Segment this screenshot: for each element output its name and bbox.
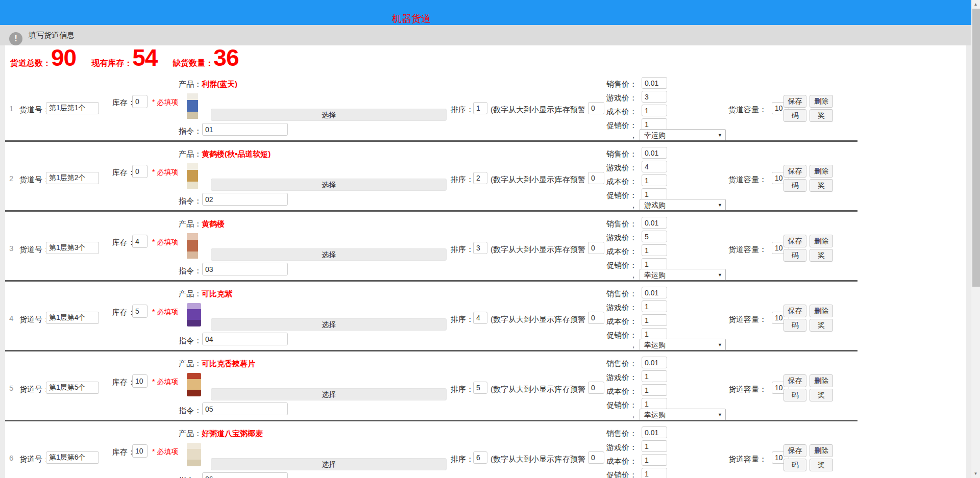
code-button[interactable]: 码 bbox=[783, 109, 806, 122]
game-price-input[interactable] bbox=[642, 91, 667, 103]
select-product-button[interactable]: 选择 bbox=[211, 388, 447, 400]
code-button[interactable]: 码 bbox=[783, 179, 806, 192]
promo-price-input[interactable] bbox=[642, 398, 667, 410]
lane-no-input[interactable] bbox=[46, 312, 99, 324]
lane-no-input[interactable] bbox=[46, 382, 99, 394]
sort-input[interactable] bbox=[473, 172, 487, 184]
promo-price-input[interactable] bbox=[642, 188, 667, 200]
sort-label: 排序： bbox=[451, 315, 474, 324]
scroll-up-button[interactable]: ▲ bbox=[971, 0, 980, 9]
cost-price-input[interactable] bbox=[642, 244, 667, 256]
prize-button[interactable]: 奖 bbox=[810, 389, 833, 401]
command-input[interactable] bbox=[202, 472, 288, 478]
game-price-input[interactable] bbox=[642, 161, 667, 172]
code-button[interactable]: 码 bbox=[783, 389, 806, 401]
sort-input[interactable] bbox=[473, 242, 487, 254]
product-line: 产品：好粥道八宝粥椰麦 bbox=[179, 429, 263, 439]
save-button[interactable]: 保存 bbox=[783, 305, 806, 317]
cost-price-input[interactable] bbox=[642, 314, 667, 326]
sale-price-input[interactable] bbox=[642, 357, 667, 368]
sale-price-label: 销售价： bbox=[582, 359, 637, 369]
game-price-input[interactable] bbox=[642, 370, 667, 382]
delete-button[interactable]: 删除 bbox=[810, 374, 833, 387]
sort-input[interactable] bbox=[473, 451, 487, 464]
delete-button[interactable]: 删除 bbox=[810, 235, 833, 247]
stock-input[interactable] bbox=[132, 374, 148, 388]
game-price-input[interactable] bbox=[642, 440, 667, 452]
cost-price-input[interactable] bbox=[642, 174, 667, 186]
promo-price-input[interactable] bbox=[642, 258, 667, 270]
save-button[interactable]: 保存 bbox=[783, 165, 806, 178]
cost-price-input[interactable] bbox=[642, 105, 667, 116]
promo-price-label: 促销价： bbox=[582, 261, 637, 270]
save-button[interactable]: 保存 bbox=[783, 95, 806, 108]
sort-input[interactable] bbox=[473, 102, 487, 114]
command-input[interactable] bbox=[202, 402, 288, 415]
delete-button[interactable]: 删除 bbox=[810, 305, 833, 317]
scrollbar[interactable]: ▲ ▼ bbox=[971, 0, 980, 478]
lane-no-input[interactable] bbox=[46, 172, 99, 184]
capacity-label: 货道容量： bbox=[728, 385, 767, 394]
save-button[interactable]: 保存 bbox=[783, 235, 806, 247]
select-product-button[interactable]: 选择 bbox=[211, 318, 447, 331]
sale-price-input[interactable] bbox=[642, 217, 667, 229]
lane-no-input[interactable] bbox=[46, 451, 99, 464]
save-button[interactable]: 保存 bbox=[783, 444, 806, 457]
stock-input[interactable] bbox=[132, 305, 148, 318]
stock-input[interactable] bbox=[132, 444, 148, 458]
sale-price-input[interactable] bbox=[642, 426, 667, 438]
sale-price-input[interactable] bbox=[642, 287, 667, 298]
product-image bbox=[187, 93, 198, 119]
prize-button[interactable]: 奖 bbox=[810, 459, 833, 471]
product-label: 产品： bbox=[179, 359, 202, 368]
select-product-button[interactable]: 选择 bbox=[211, 458, 447, 470]
scroll-down-button[interactable]: ▼ bbox=[971, 469, 980, 478]
scroll-thumb[interactable] bbox=[972, 9, 980, 287]
lane-no-input[interactable] bbox=[46, 242, 99, 254]
promo-price-input[interactable] bbox=[642, 118, 667, 130]
sort-input[interactable] bbox=[473, 382, 487, 394]
delete-button[interactable]: 删除 bbox=[810, 95, 833, 108]
stock-input[interactable] bbox=[132, 165, 148, 178]
command-input[interactable] bbox=[202, 123, 288, 136]
delete-button[interactable]: 删除 bbox=[810, 165, 833, 178]
stock-input[interactable] bbox=[132, 95, 148, 108]
cost-price-input[interactable] bbox=[642, 384, 667, 396]
lane-no-label: 货道号： bbox=[19, 385, 50, 394]
stock-input[interactable] bbox=[132, 235, 148, 248]
code-button[interactable]: 码 bbox=[783, 319, 806, 332]
sort-input[interactable] bbox=[473, 312, 487, 324]
game-price-input[interactable] bbox=[642, 300, 667, 312]
command-input[interactable] bbox=[202, 193, 288, 206]
product-image bbox=[187, 443, 201, 466]
prize-button[interactable]: 奖 bbox=[810, 179, 833, 192]
prize-button[interactable]: 奖 bbox=[810, 249, 833, 262]
game-price-label: 游戏价： bbox=[582, 233, 637, 243]
prize-button[interactable]: 奖 bbox=[810, 319, 833, 332]
product-image bbox=[187, 303, 201, 326]
delete-button[interactable]: 删除 bbox=[810, 444, 833, 457]
product-name: 黄鹤楼 bbox=[202, 219, 225, 228]
cost-price-label: 成本价： bbox=[582, 387, 637, 396]
prize-button[interactable]: 奖 bbox=[810, 109, 833, 122]
sort-label: 排序： bbox=[451, 105, 474, 115]
lane-no-input[interactable] bbox=[46, 102, 99, 114]
code-button[interactable]: 码 bbox=[783, 459, 806, 471]
sort-hint: (数字从大到小显示) bbox=[491, 105, 557, 115]
cost-price-input[interactable] bbox=[642, 454, 667, 466]
save-button[interactable]: 保存 bbox=[783, 374, 806, 387]
command-input[interactable] bbox=[202, 333, 288, 345]
game-price-input[interactable] bbox=[642, 231, 667, 242]
select-product-button[interactable]: 选择 bbox=[211, 179, 447, 191]
select-product-button[interactable]: 选择 bbox=[211, 248, 447, 261]
sale-price-input[interactable] bbox=[642, 77, 667, 89]
product-line: 产品：黄鹤楼(秋•品道软短) bbox=[179, 149, 271, 159]
promo-price-input[interactable] bbox=[642, 468, 667, 478]
command-input[interactable] bbox=[202, 263, 288, 275]
comma-label: ， bbox=[630, 341, 637, 350]
promo-price-input[interactable] bbox=[642, 328, 667, 340]
select-product-button[interactable]: 选择 bbox=[211, 109, 447, 121]
sale-price-input[interactable] bbox=[642, 147, 667, 159]
code-button[interactable]: 码 bbox=[783, 249, 806, 262]
purchase-mode-value: 游戏购 bbox=[644, 201, 666, 210]
